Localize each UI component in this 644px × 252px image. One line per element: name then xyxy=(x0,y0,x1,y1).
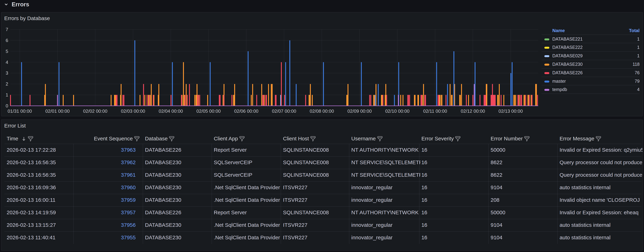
svg-text:6: 6 xyxy=(6,38,8,43)
svg-text:02/06 00:00: 02/06 00:00 xyxy=(234,109,258,114)
svg-text:02/10 00:00: 02/10 00:00 xyxy=(385,109,410,114)
svg-text:2: 2 xyxy=(6,81,8,87)
svg-text:5: 5 xyxy=(6,49,8,54)
svg-text:3: 3 xyxy=(6,70,8,76)
svg-text:02/03 00:00: 02/03 00:00 xyxy=(121,109,145,114)
svg-text:02/11 00:00: 02/11 00:00 xyxy=(423,109,447,114)
svg-text:01/31 00:00: 01/31 00:00 xyxy=(8,109,32,114)
svg-text:02/09 00:00: 02/09 00:00 xyxy=(348,109,372,114)
svg-text:1: 1 xyxy=(6,92,8,98)
svg-text:02/07 00:00: 02/07 00:00 xyxy=(272,109,296,114)
svg-text:02/02 00:00: 02/02 00:00 xyxy=(83,109,108,114)
svg-text:02/05 00:00: 02/05 00:00 xyxy=(196,109,220,114)
svg-text:02/04 00:00: 02/04 00:00 xyxy=(158,109,183,114)
svg-text:02/13 00:00: 02/13 00:00 xyxy=(498,109,523,114)
svg-text:4: 4 xyxy=(6,60,8,65)
svg-text:02/01 00:00: 02/01 00:00 xyxy=(46,109,70,114)
svg-text:7: 7 xyxy=(6,27,8,32)
svg-text:0: 0 xyxy=(6,103,8,109)
svg-text:02/12 00:00: 02/12 00:00 xyxy=(461,109,485,114)
svg-text:02/08 00:00: 02/08 00:00 xyxy=(310,109,334,114)
